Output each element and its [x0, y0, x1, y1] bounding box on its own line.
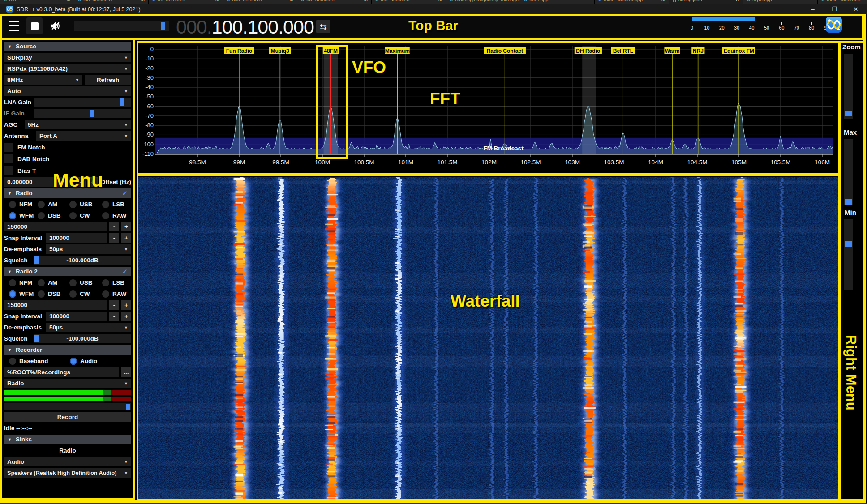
record-button[interactable]: Record [4, 412, 131, 422]
snap-interval-input[interactable]: 100000 [46, 312, 107, 321]
sink-type-select[interactable]: Audio▼ [4, 457, 131, 466]
recorder-section-header[interactable]: ▼Recorder [4, 345, 131, 355]
mode-wfm[interactable]: WFM [9, 290, 38, 298]
file-type-icon: C [78, 0, 81, 2]
deemphasis-select[interactable]: 50µs▼ [46, 323, 131, 332]
mute-button[interactable] [47, 17, 63, 34]
squelch-slider[interactable]: -100.000dB [34, 334, 131, 343]
fft-display[interactable]: Fun RadioMusiq348FMMaximumRadio ContactD… [138, 43, 838, 173]
source-device-select[interactable]: RSPdx (191106DA42)▼ [4, 64, 131, 73]
mode-nfm[interactable]: NFM [9, 279, 38, 286]
refresh-button[interactable]: Refresh [85, 75, 131, 85]
editor-tab[interactable]: Cstyle.cpp [743, 0, 818, 4]
enabled-check-icon[interactable]: ✓ [122, 268, 128, 276]
offset-decrement-button[interactable]: - [76, 177, 86, 187]
bandwidth-decrement-button[interactable]: - [109, 222, 119, 231]
bias-t-checkbox[interactable] [4, 166, 13, 175]
offset-input[interactable]: 0.000000 [4, 177, 73, 187]
editor-tab[interactable]: {}config.json✕ [669, 0, 743, 4]
vfo-swap-button[interactable]: ⇆ [316, 20, 330, 33]
max-slider[interactable] [844, 139, 853, 205]
mode-am[interactable]: AM [38, 201, 69, 208]
offset-increment-button[interactable]: + [88, 177, 98, 187]
bandwidth-increment-button[interactable]: + [121, 222, 131, 231]
if-gain-handle[interactable] [90, 110, 94, 117]
browse-button[interactable]: ... [121, 367, 131, 377]
bandwidth-select[interactable]: Auto▼ [4, 86, 131, 96]
file-type-icon: C [821, 0, 824, 2]
sinks-section-header[interactable]: ▼Sinks [4, 435, 131, 444]
recorder-volume-handle[interactable] [126, 404, 130, 410]
min-slider-handle[interactable] [845, 241, 852, 247]
dab-notch-checkbox[interactable] [4, 154, 13, 163]
mode-baseband[interactable]: Baseband [9, 358, 70, 365]
sink-device-select[interactable]: Speakers (Realtek High Definition Audio)… [4, 468, 131, 478]
snap-decrement-button[interactable]: - [109, 312, 119, 321]
snap-interval-label: Snap Interval [4, 235, 46, 241]
editor-tab[interactable]: Ciso_demod.hM [74, 0, 149, 4]
editor-tab[interactable]: Cd.hM [0, 0, 74, 4]
recorder-stream-select[interactable]: Radio▼ [4, 379, 131, 388]
editor-tab[interactable]: Cmain_window.cppM [595, 0, 669, 4]
lna-gain-handle[interactable] [120, 98, 124, 106]
waterfall-display[interactable] [138, 177, 838, 500]
mode-audio[interactable]: Audio [70, 358, 97, 365]
snap-decrement-button[interactable]: - [109, 233, 119, 243]
editor-tab[interactable]: Cusb_demod.hM [223, 0, 297, 4]
svg-text:99.5M: 99.5M [272, 159, 289, 166]
editor-tab[interactable]: Ccw_demod.hM [297, 0, 372, 4]
radio-section-header[interactable]: ▼Radio✓ [4, 188, 131, 198]
snap-increment-button[interactable]: + [121, 312, 131, 321]
volume-slider[interactable] [74, 21, 169, 31]
deemphasis-select[interactable]: 50µs▼ [46, 244, 131, 254]
stop-button[interactable] [26, 17, 43, 34]
minimize-button[interactable]: – [806, 4, 820, 14]
editor-tab[interactable]: Cam_demod.hM [372, 0, 446, 4]
bandwidth-input[interactable]: 150000 [4, 222, 107, 231]
mode-dsb[interactable]: DSB [38, 290, 69, 298]
mode-wfm[interactable]: WFM [9, 212, 38, 219]
mode-cw[interactable]: CW [69, 290, 102, 298]
editor-tab[interactable]: Ccore.cpp [520, 0, 595, 4]
zoom-slider[interactable] [844, 54, 853, 119]
squelch-slider[interactable]: -100.000dB [34, 256, 131, 265]
source-section-header[interactable]: ▼Source [4, 42, 131, 51]
recording-path-input[interactable]: %ROOT%/Recordings [4, 367, 119, 377]
mode-dsb[interactable]: DSB [38, 212, 69, 219]
mode-am[interactable]: AM [38, 279, 69, 286]
mode-raw[interactable]: RAW [102, 290, 132, 298]
min-slider[interactable] [844, 219, 853, 290]
lna-gain-slider[interactable] [34, 98, 131, 107]
mode-nfm[interactable]: NFM [9, 201, 38, 208]
bandwidth-increment-button[interactable]: + [121, 300, 131, 310]
snap-increment-button[interactable]: + [121, 233, 131, 243]
volume-slider-handle[interactable] [161, 22, 165, 30]
mode-lsb[interactable]: LSB [102, 201, 132, 208]
menu-hamburger-button[interactable] [6, 17, 22, 34]
zoom-slider-handle[interactable] [845, 111, 852, 116]
snap-interval-input[interactable]: 100000 [46, 233, 107, 243]
close-button[interactable]: ✕ [849, 4, 863, 14]
mode-usb[interactable]: USB [69, 279, 102, 286]
samplerate-select[interactable]: 8MHz▼ [4, 75, 82, 85]
editor-tab[interactable]: Cfm_demod.hM [149, 0, 223, 4]
recorder-volume-slider[interactable] [4, 403, 131, 410]
mode-usb[interactable]: USB [69, 201, 102, 208]
enabled-check-icon[interactable]: ✓ [122, 189, 128, 197]
bandwidth-input[interactable]: 150000 [4, 300, 107, 310]
bandwidth-decrement-button[interactable]: - [109, 300, 119, 310]
mode-lsb[interactable]: LSB [102, 279, 132, 286]
if-gain-slider[interactable] [34, 109, 131, 118]
source-driver-select[interactable]: SDRplay▼ [4, 53, 131, 62]
mode-cw[interactable]: CW [69, 212, 102, 219]
max-slider-handle[interactable] [845, 199, 852, 205]
radio2-section-header[interactable]: ▼Radio 2✓ [4, 267, 131, 276]
maximize-button[interactable]: ❐ [828, 4, 841, 14]
antenna-select[interactable]: Port A▼ [36, 131, 131, 141]
editor-tab[interactable]: Cmain_window.hM [818, 0, 867, 4]
editor-tab[interactable]: Cmain.cpp frequency_manager\...M [446, 0, 520, 4]
fm-notch-checkbox[interactable] [4, 143, 13, 152]
frequency-display[interactable]: 000.100.100.000 [176, 15, 314, 38]
mode-raw[interactable]: RAW [102, 212, 132, 219]
agc-select[interactable]: 5Hz▼ [25, 120, 131, 129]
